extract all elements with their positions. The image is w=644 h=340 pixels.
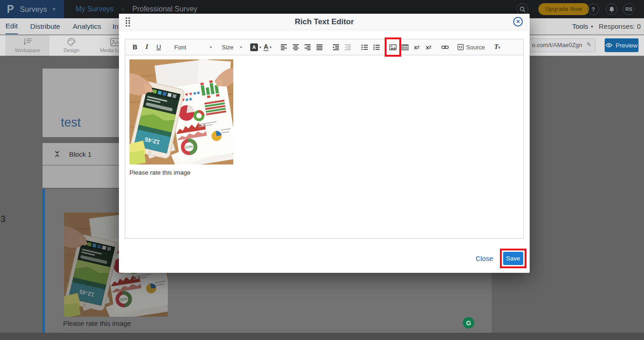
palette-icon [66,38,76,46]
share-url-value: o.com/t/AMae0Zgn [532,42,582,48]
chevron-down-icon: ▾ [210,45,212,49]
align-left-icon [281,44,287,50]
align-left-button[interactable] [278,41,290,53]
underline-button[interactable]: U [153,41,165,53]
save-button[interactable]: Save [503,252,523,265]
tab-analytics[interactable]: Analytics [73,18,101,34]
editor-toolbar: B I U Font ▾ Size ▾ A ▾ A ▾ [125,39,524,55]
font-dropdown[interactable]: Font ▾ [171,41,215,53]
modal-close-button[interactable]: ✕ [513,17,523,27]
source-icon [457,44,464,50]
breadcrumb-my-surveys[interactable]: My Surveys [75,5,114,13]
align-right-button[interactable] [302,41,314,53]
tile-design-label: Design [64,48,79,53]
grammarly-icon[interactable]: G [463,317,474,329]
text-color-icon: A [263,43,268,51]
chevron-down-icon: ▾ [591,24,593,29]
numbered-list-icon [373,44,380,50]
responses-count: Responses: 0 [599,18,641,34]
remove-format-base: T [494,43,499,51]
app-window: 50% 12:45 [0,0,644,340]
tools-menu[interactable]: Tools ▾ [572,18,593,34]
surveys-menu-label: Surveys [20,5,47,14]
font-dropdown-label: Font [174,44,186,51]
tab-edit[interactable]: Edit [5,18,18,34]
survey-title: test [61,116,81,130]
outdent-icon [345,44,351,50]
modal-header: Rich Text Editor ✕ [119,14,530,30]
close-button[interactable]: Close [476,255,493,262]
chevron-down-icon: ▾ [270,45,272,49]
upgrade-now-button[interactable]: Upgrade Now [538,3,589,15]
table-icon [402,44,408,50]
avatar[interactable]: RS [623,3,635,15]
subscript-base: x [414,44,417,51]
modal-footer: Close Save [476,252,523,265]
background-color-button[interactable]: A ▾ [250,41,262,53]
editor-text[interactable]: Please rate this image [129,169,519,176]
justify-button[interactable] [314,41,326,53]
numbered-list-button[interactable] [370,41,382,53]
eye-icon [606,43,612,48]
breadcrumb-survey-name: Professional Survey [132,5,197,13]
preview-label: Preview [616,42,638,49]
bulleted-list-icon [361,44,368,50]
breadcrumb-separator: › [122,5,124,13]
grammarly-letter: G [466,319,471,327]
collapse-block-icon[interactable] [54,150,60,158]
bulleted-list-button[interactable] [359,41,370,53]
modal-title: Rich Text Editor [119,14,530,30]
question-caption: Please rate this image [63,319,131,327]
insert-table-button[interactable] [399,41,411,53]
edit-url-icon[interactable]: ✎ [586,41,591,48]
indent-button[interactable] [330,41,342,53]
link-icon [441,45,449,50]
insert-image-button[interactable] [387,41,399,53]
subscript-digit: 2 [417,45,419,49]
bell-icon [609,6,615,12]
tools-label: Tools [572,22,588,30]
indent-icon [333,44,339,50]
italic-button[interactable]: I [141,41,153,53]
remove-format-button[interactable]: Tx [491,41,503,53]
chevron-down-icon: ▼ [52,7,56,12]
ckeditor: B I U Font ▾ Size ▾ A ▾ A ▾ [125,39,524,239]
bold-button[interactable]: B [129,41,141,53]
chevron-down-icon: ▾ [240,45,242,49]
source-label: Source [466,44,485,51]
superscript-button[interactable]: x2 [423,41,435,53]
search-icon [520,6,526,12]
superscript-digit: 2 [429,45,431,49]
tile-design[interactable]: Design [49,35,93,56]
editor-content-area[interactable]: Please rate this image [125,55,524,239]
question-mark-icon: ? [591,6,595,13]
tile-workspace[interactable]: Workspace [5,35,49,56]
workspace-icon [22,38,32,46]
size-dropdown[interactable]: Size ▾ [219,41,245,53]
close-icon: ✕ [516,19,520,25]
subscript-button[interactable]: x2 [411,41,423,53]
size-dropdown-label: Size [222,44,233,51]
surveys-app-menu[interactable]: P Surveys ▼ [0,0,64,18]
tile-workspace-label: Workspace [15,48,40,53]
outdent-button[interactable] [342,41,354,53]
align-right-icon [305,44,311,50]
justify-icon [317,44,323,50]
avatar-initials: RS [625,6,632,12]
align-center-button[interactable] [290,41,302,53]
preview-button[interactable]: Preview [605,38,639,52]
editor-inserted-image[interactable] [129,59,233,165]
insert-link-button[interactable] [439,41,451,53]
text-color-button[interactable]: A ▾ [262,41,274,53]
notifications-button[interactable] [606,3,617,15]
help-button[interactable]: ? [587,3,599,15]
source-button[interactable]: Source [456,41,487,53]
background-color-icon: A [250,43,258,51]
remove-format-x: x [498,45,500,49]
image-icon [389,44,397,50]
tab-distribute[interactable]: Distribute [30,18,60,34]
rich-text-editor-modal: Rich Text Editor ✕ B I U Font ▾ Size ▾ [119,14,530,273]
chevron-down-icon: ▾ [259,45,261,49]
divider [63,330,483,330]
superscript-base: x [426,44,429,51]
